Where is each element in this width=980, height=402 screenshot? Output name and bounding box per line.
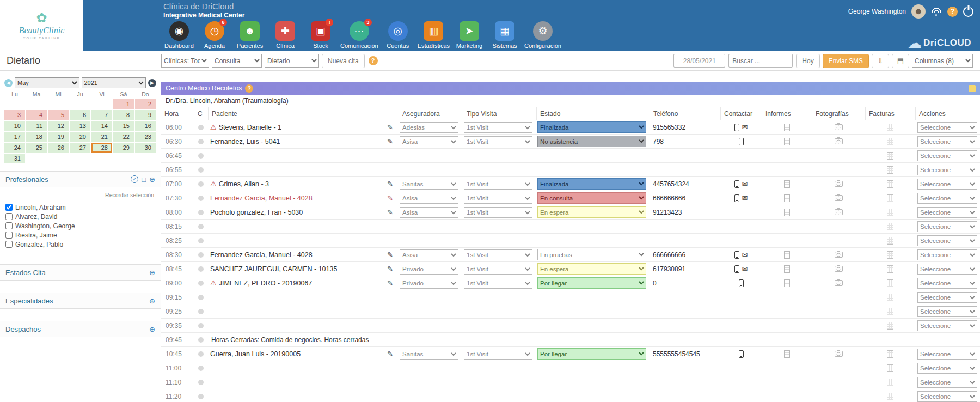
calendar-day-7[interactable]: 7 — [91, 110, 112, 120]
nav-agenda[interactable]: ◷6Agenda — [199, 21, 230, 49]
calendar-day-16[interactable]: 16 — [135, 121, 156, 131]
photo-icon[interactable] — [835, 280, 843, 286]
nav-configuración[interactable]: ⚙Configuración — [524, 21, 561, 49]
expand-section-icon[interactable]: ⊕ — [149, 269, 155, 277]
edit-appointment-icon[interactable]: ✎ — [387, 137, 393, 145]
actions-select[interactable]: Seleccione — [917, 363, 977, 374]
calendar-day-12[interactable]: 12 — [48, 121, 69, 131]
mobile-phone-icon[interactable] — [739, 279, 744, 287]
patient-name[interactable]: Fernandez García, Manuel - 4028 — [210, 194, 313, 202]
photo-icon[interactable] — [835, 351, 843, 357]
insurer-select[interactable]: Adeslas — [400, 122, 458, 133]
new-appointment-button[interactable]: Nueva cita — [322, 54, 365, 68]
view-select[interactable]: Dietario — [265, 54, 319, 68]
send-email-icon[interactable]: ✉ — [742, 180, 748, 187]
empty-slot-row[interactable]: 09:15Seleccione — [161, 290, 980, 304]
visit-type-select[interactable]: 1st Visit — [464, 349, 532, 360]
patient-name[interactable]: Pocholo gonzalez, Fran - 5030 — [210, 209, 303, 216]
patient-name[interactable]: Fernandez García, Manuel - 4028 — [210, 251, 313, 259]
report-icon[interactable] — [784, 265, 790, 273]
calendar-day-20[interactable]: 20 — [70, 132, 90, 142]
calendar-day-14[interactable]: 14 — [91, 121, 112, 131]
expand-section-icon[interactable]: ⊕ — [149, 297, 155, 305]
status-select[interactable]: En espera — [537, 263, 646, 275]
visit-type-select[interactable]: 1st Visit — [464, 264, 532, 275]
invoice-icon[interactable] — [887, 166, 893, 174]
invoice-icon[interactable] — [887, 237, 893, 245]
status-select[interactable]: Finalizada — [537, 121, 646, 133]
professional-checkbox[interactable] — [5, 213, 13, 220]
header-help-icon[interactable]: ? — [947, 7, 958, 17]
patient-name[interactable]: Fernandez, Luis - 5041 — [210, 138, 280, 145]
edit-appointment-icon[interactable]: ✎ — [387, 279, 393, 287]
nav-stock[interactable]: ▣!Stock — [305, 21, 336, 49]
invoice-icon[interactable] — [887, 152, 893, 160]
expand-professionals-icon[interactable]: ⊕ — [149, 175, 155, 184]
actions-select[interactable]: Seleccione — [917, 249, 977, 260]
patient-name[interactable]: JIMENEZ, PEDRO - 20190067 — [219, 279, 313, 287]
photo-icon[interactable] — [835, 181, 843, 187]
status-select[interactable]: En consulta — [537, 192, 646, 204]
actions-select[interactable]: Seleccione — [917, 165, 977, 175]
professional-checkbox[interactable] — [5, 232, 13, 239]
invoice-icon[interactable] — [887, 124, 893, 131]
empty-slot-row[interactable]: 11:20Seleccione — [161, 389, 980, 402]
photo-icon[interactable] — [835, 124, 843, 130]
edit-appointment-icon[interactable]: ✎ — [387, 350, 393, 358]
empty-slot-row[interactable]: 09:35Seleccione — [161, 319, 980, 333]
visit-type-select[interactable]: 1st Visit — [464, 122, 532, 133]
nav-clínica[interactable]: ✚Clínica — [270, 21, 301, 49]
professional-checkbox[interactable] — [5, 241, 13, 248]
sidebar-section-despachos[interactable]: Despachos⊕ — [0, 321, 161, 337]
nav-comunicación[interactable]: ⋯3Comunicación — [340, 21, 378, 49]
report-icon[interactable] — [784, 138, 790, 145]
mobile-phone-icon[interactable] — [739, 138, 744, 145]
insurer-select[interactable]: Asisa — [400, 136, 458, 147]
empty-slot-row[interactable]: 08:25Seleccione — [161, 234, 980, 248]
calendar-day-28[interactable]: 28 — [91, 143, 112, 153]
professional-checkbox[interactable] — [5, 204, 13, 211]
send-email-icon[interactable]: ✉ — [742, 194, 748, 202]
empty-slot-row[interactable]: 09:25Seleccione — [161, 304, 980, 319]
report-icon[interactable] — [784, 350, 790, 358]
actions-select[interactable]: Seleccione — [917, 179, 977, 190]
status-select[interactable]: Por llegar — [537, 348, 646, 360]
visit-type-select[interactable]: 1st Visit — [464, 193, 532, 204]
insurer-select[interactable]: Privado — [400, 264, 458, 275]
actions-select[interactable]: Seleccione — [917, 278, 977, 289]
empty-slot-row[interactable]: 11:10Seleccione — [161, 375, 980, 389]
edit-appointment-icon[interactable]: ✎ — [387, 123, 393, 131]
visit-type-select[interactable]: 1st Visit — [464, 207, 532, 218]
calendar-day-5[interactable]: 5 — [48, 110, 69, 120]
invoice-icon[interactable] — [887, 379, 893, 386]
invoice-icon[interactable] — [887, 279, 893, 287]
calendar-day-17[interactable]: 17 — [4, 132, 25, 142]
calendar-day-30[interactable]: 30 — [135, 143, 156, 153]
invoice-icon[interactable] — [887, 364, 893, 372]
professional-item[interactable]: Alvarez, David — [0, 212, 161, 221]
nav-cuentas[interactable]: ◎Cuentas — [382, 21, 414, 49]
invoice-icon[interactable] — [887, 251, 893, 259]
actions-select[interactable]: Seleccione — [917, 150, 977, 161]
photo-icon[interactable] — [835, 138, 843, 144]
mobile-phone-icon[interactable] — [734, 251, 739, 259]
calendar-day-29[interactable]: 29 — [113, 143, 134, 153]
photo-icon[interactable] — [835, 252, 843, 258]
toolbar-help-icon[interactable]: ? — [369, 56, 378, 65]
today-button[interactable]: Hoy — [796, 54, 819, 68]
calendar-day-11[interactable]: 11 — [26, 121, 47, 131]
actions-select[interactable]: Seleccione — [917, 207, 977, 218]
insurer-select[interactable]: Asisa — [400, 249, 458, 260]
mobile-phone-icon[interactable] — [734, 124, 739, 131]
calendar-prev-button[interactable]: ◀ — [4, 79, 13, 87]
send-email-icon[interactable]: ✉ — [742, 265, 748, 272]
calendar-day-3[interactable]: 3 — [4, 110, 25, 120]
calendar-day-22[interactable]: 22 — [113, 132, 134, 142]
select-all-icon[interactable]: ✓ — [131, 175, 138, 183]
sidebar-section-estados-cita[interactable]: Estados Cita⊕ — [0, 264, 161, 281]
status-select[interactable]: No asistencia — [537, 136, 646, 147]
calendar-day-23[interactable]: 23 — [135, 132, 156, 142]
calendar-month-select[interactable]: May — [15, 77, 79, 88]
visit-type-select[interactable]: 1st Visit — [464, 278, 532, 289]
logout-power-icon[interactable] — [963, 7, 973, 17]
